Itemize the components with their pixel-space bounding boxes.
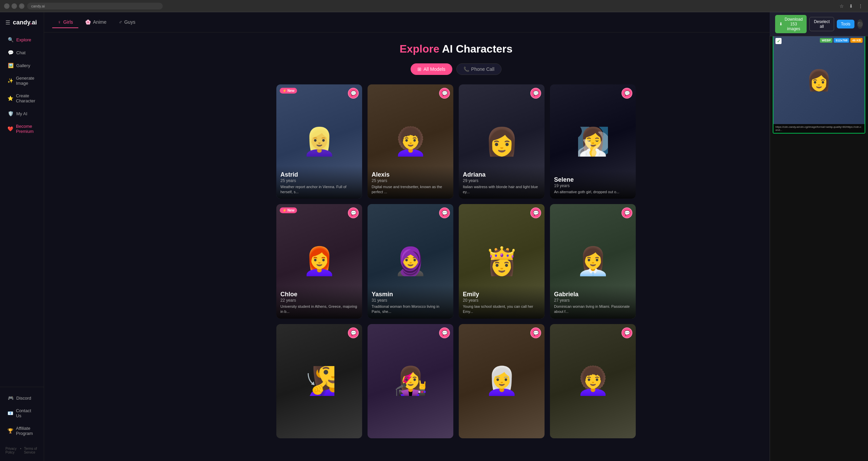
character-card-chloe[interactable]: 👩‍🦰 ⚡ New 💬 Chloe 22 years University st… (276, 204, 362, 318)
image-tags: WEBP 512x768 46 KB (820, 38, 863, 43)
sidebar-label-discord: Discord (16, 396, 31, 401)
app-container: ☰ candy.ai 🔍 Explore 💬 Chat 🖼️ Gallery ✨ (0, 12, 868, 461)
chat-btn-9[interactable]: 💬 (348, 327, 359, 338)
card-desc-adriana: Italian waitress with blonde hair and li… (463, 184, 540, 195)
character-card-emily[interactable]: 👸 💬 Emily 20 years Young law school stud… (459, 204, 545, 318)
card-desc-selene: An alternative goth girl, dropped out o.… (554, 189, 632, 195)
card-name-emily: Emily (463, 291, 540, 298)
card-desc-alexis: Digital muse and trendsetter, known as t… (372, 184, 449, 195)
discord-icon: 🎮 (7, 395, 14, 401)
browser-chrome: ← → ↻ candy.ai ☆ ⬇ ⋮ (0, 0, 868, 12)
sidebar-bottom: 🎮 Discord 📧 Contact Us 🏆 Affiliate Progr… (0, 387, 44, 444)
character-card-yasmin[interactable]: 🧕 💬 Yasmin 31 years Traditional woman fr… (368, 204, 453, 318)
chat-btn-adriana[interactable]: 💬 (530, 88, 541, 99)
sidebar: ☰ candy.ai 🔍 Explore 💬 Chat 🖼️ Gallery ✨ (0, 12, 44, 461)
filter-buttons: ⊞ All Models 📞 Phone Call (276, 63, 636, 75)
character-grid: 👱‍♀️ ⚡ New 💬 Astrid 25 years Weather rep… (276, 84, 636, 438)
chat-btn-astrid[interactable]: 💬 (348, 88, 359, 99)
filter-all-models[interactable]: ⊞ All Models (411, 63, 452, 75)
character-card-selene[interactable]: 🧖‍♀️ 💬 Selene 19 years An alternative go… (550, 84, 636, 199)
webp-tag: WEBP (820, 38, 832, 43)
download-label: Download 153 images (785, 17, 803, 31)
sidebar-label-gallery: Gallery (16, 63, 30, 68)
sidebar-item-contact[interactable]: 📧 Contact Us (2, 405, 42, 422)
chat-btn-alexis[interactable]: 💬 (439, 88, 450, 99)
image-panel-item[interactable]: WEBP 512x768 46 KB 👩 https://cdn.candy.a… (773, 35, 865, 134)
card-overlay-chloe: Chloe 22 years University student in Ath… (276, 285, 362, 319)
card-name-astrid: Astrid (280, 171, 358, 178)
chat-btn-selene[interactable]: 💬 (622, 88, 632, 99)
header-tabs: ♀ Girls 🌸 Anime ♂ Guys (52, 17, 141, 28)
new-badge-astrid: ⚡ New (280, 88, 297, 94)
card-age-emily: 20 years (463, 298, 540, 303)
sidebar-item-discord[interactable]: 🎮 Discord (2, 392, 42, 404)
footer-separator: • (20, 447, 21, 454)
character-card-11[interactable]: 👩‍🦳 💬 (459, 324, 545, 438)
tab-guys[interactable]: ♂ Guys (113, 17, 141, 28)
privacy-link[interactable]: Privacy Policy (5, 447, 17, 454)
page-title: Explore AI Characters (276, 43, 636, 55)
filter-phone-call[interactable]: 📞 Phone Call (456, 63, 502, 75)
anime-icon: 🌸 (85, 19, 91, 25)
card-name-alexis: Alexis (372, 171, 449, 178)
character-card-adriana[interactable]: 👩 💬 Adriana 29 years Italian waitress wi… (459, 84, 545, 199)
sidebar-item-affiliate[interactable]: 🏆 Affiliate Program (2, 422, 42, 439)
sidebar-label-create: Create Character (16, 93, 36, 103)
chat-btn-12[interactable]: 💬 (622, 327, 632, 338)
sidebar-item-premium[interactable]: ❤️ Become Premium (2, 120, 42, 137)
sidebar-item-explore[interactable]: 🔍 Explore (2, 34, 42, 46)
card-age-chloe: 22 years (280, 298, 358, 303)
premium-icon: ❤️ (7, 126, 13, 132)
tab-anime[interactable]: 🌸 Anime (80, 17, 112, 28)
card-desc-astrid: Weather report anchor in Vienna. Full of… (280, 184, 358, 195)
card-age-gabriela: 27 years (554, 298, 632, 303)
card-name-gabriela: Gabriela (554, 291, 632, 298)
card-name-chloe: Chloe (280, 291, 358, 298)
hamburger-icon[interactable]: ☰ (5, 19, 10, 26)
phone-icon: 📞 (463, 66, 469, 72)
url-text: candy.ai (31, 4, 45, 8)
menu-icon[interactable]: ⋮ (857, 3, 864, 9)
card-overlay-selene: Selene 19 years An alternative goth girl… (550, 171, 636, 199)
tab-girls[interactable]: ♀ Girls (52, 17, 78, 28)
star-icon[interactable]: ☆ (838, 3, 845, 9)
character-card-astrid[interactable]: 👱‍♀️ ⚡ New 💬 Astrid 25 years Weather rep… (276, 84, 362, 199)
sidebar-label-explore: Explore (16, 37, 31, 42)
profile-circle-button[interactable]: ⚫ (857, 19, 863, 29)
back-button[interactable]: ← (4, 3, 9, 9)
download-button[interactable]: ⬇ Download 153 images (775, 15, 807, 33)
card-overlay-adriana: Adriana 29 years Italian waitress with b… (459, 166, 545, 199)
card-overlay-alexis: Alexis 25 years Digital muse and trendse… (368, 166, 453, 199)
character-card-alexis[interactable]: 👩‍🦱 💬 Alexis 25 years Digital muse and t… (368, 84, 453, 199)
sidebar-item-create[interactable]: ⭐ Create Character (2, 90, 42, 107)
character-card-gabriela[interactable]: 👩‍💼 💬 Gabriela 27 years Dominican woman … (550, 204, 636, 318)
download-icon: ⬇ (779, 22, 783, 26)
refresh-button[interactable]: ↻ (19, 3, 24, 9)
generate-icon: ✨ (7, 78, 13, 83)
sidebar-item-gallery[interactable]: 🖼️ Gallery (2, 59, 42, 72)
download-toolbar: ⬇ Download 153 images Deselect all Tools… (770, 12, 868, 36)
card-name-yasmin: Yasmin (372, 291, 449, 298)
affiliate-icon: 🏆 (7, 428, 13, 434)
tools-button[interactable]: Tools (837, 20, 854, 28)
deselect-button[interactable]: Deselect all (809, 17, 834, 31)
explore-icon: 🔍 (7, 37, 14, 42)
chat-btn-11[interactable]: 💬 (530, 327, 541, 338)
brand-logo[interactable]: candy.ai (13, 19, 37, 26)
sidebar-item-myai[interactable]: 🛡️ My AI (2, 107, 42, 120)
sidebar-item-generate[interactable]: ✨ Generate Image (2, 72, 42, 89)
character-card-12[interactable]: 👩‍🦱 💬 (550, 324, 636, 438)
character-card-9[interactable]: 🧏‍♀️ 💬 (276, 324, 362, 438)
download-icon[interactable]: ⬇ (848, 3, 854, 9)
sidebar-item-chat[interactable]: 💬 Chat (2, 46, 42, 59)
chat-btn-10[interactable]: 💬 (439, 327, 450, 338)
card-age-adriana: 29 years (463, 178, 540, 183)
address-bar[interactable]: candy.ai (27, 3, 163, 9)
character-card-10[interactable]: 👩‍🎤 💬 (368, 324, 453, 438)
card-age-astrid: 25 years (280, 178, 358, 183)
image-checkbox[interactable] (775, 38, 782, 44)
terms-link[interactable]: Terms of Service (24, 447, 38, 454)
chat-icon: 💬 (7, 50, 14, 55)
card-age-selene: 19 years (554, 183, 632, 188)
forward-button[interactable]: → (12, 3, 17, 9)
